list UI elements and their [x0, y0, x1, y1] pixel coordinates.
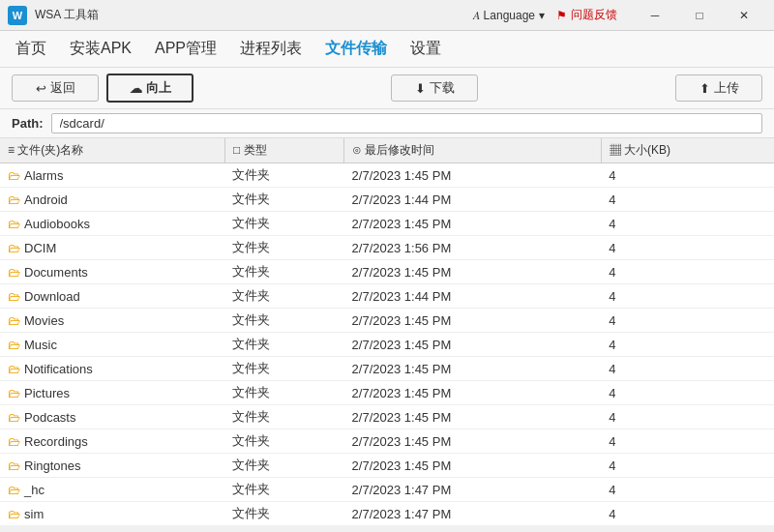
download-icon: ⬇ — [415, 81, 426, 96]
file-type-cell: 文件夹 — [224, 381, 343, 405]
file-modified-cell: 2/7/2023 1:45 PM — [344, 381, 602, 405]
file-table-header: ≡ 文件(夹)名称 □ 类型 ⊙ 最后修改时间 ▦ 大小(KB) — [0, 138, 774, 163]
file-size-cell: 4 — [601, 236, 774, 260]
file-type-cell: 文件夹 — [224, 429, 343, 454]
folder-icon: 🗁 — [8, 507, 20, 521]
back-label: 返回 — [50, 79, 75, 97]
file-modified-cell: 2/7/2023 1:47 PM — [344, 502, 602, 526]
folder-icon: 🗁 — [8, 217, 20, 231]
folder-icon: 🗁 — [8, 410, 20, 425]
menu-item-process-list[interactable]: 进程列表 — [236, 37, 306, 61]
file-size-cell: 4 — [601, 163, 774, 188]
folder-icon: 🗁 — [8, 458, 20, 473]
table-row[interactable]: 🗁Ringtones文件夹2/7/2023 1:45 PM4 — [0, 454, 774, 478]
back-button[interactable]: ↩ 返回 — [12, 74, 99, 102]
file-type-cell: 文件夹 — [224, 188, 343, 212]
file-name-cell: 🗁_hc — [0, 478, 224, 502]
file-modified-cell: 2/7/2023 1:45 PM — [344, 163, 602, 188]
download-label: 下载 — [430, 79, 455, 97]
col-size: ▦ 大小(KB) — [601, 138, 774, 163]
close-button[interactable]: ✕ — [722, 0, 766, 31]
table-row[interactable]: 🗁DCIM文件夹2/7/2023 1:56 PM4 — [0, 236, 774, 260]
table-row[interactable]: 🗁Recordings文件夹2/7/2023 1:45 PM4 — [0, 429, 774, 454]
file-modified-cell: 2/7/2023 1:45 PM — [344, 212, 602, 236]
up-icon: ☁ — [130, 81, 142, 96]
col-type: □ 类型 — [224, 138, 343, 163]
feedback-button[interactable]: ⚑ 问题反馈 — [556, 7, 617, 23]
table-row[interactable]: 🗁_hc文件夹2/7/2023 1:47 PM4 — [0, 478, 774, 502]
menu-item-settings[interactable]: 设置 — [406, 37, 445, 61]
menu-item-file-transfer[interactable]: 文件传输 — [321, 37, 391, 61]
file-modified-cell: 2/7/2023 1:45 PM — [344, 454, 602, 478]
app-icon-label: W — [13, 10, 22, 21]
file-modified-cell: 2/7/2023 1:45 PM — [344, 309, 602, 333]
download-button[interactable]: ⬇ 下载 — [391, 74, 478, 102]
table-row[interactable]: 🗁Documents文件夹2/7/2023 1:45 PM4 — [0, 260, 774, 284]
feedback-label: 问题反馈 — [571, 7, 617, 23]
maximize-button[interactable]: □ — [677, 0, 722, 31]
file-modified-cell: 2/7/2023 1:47 PM — [344, 478, 602, 502]
folder-icon: 🗁 — [8, 386, 20, 400]
file-modified-cell: 2/7/2023 1:45 PM — [344, 260, 602, 284]
table-row[interactable]: 🗁Android文件夹2/7/2023 1:44 PM4 — [0, 188, 774, 212]
file-size-cell: 4 — [601, 502, 774, 526]
path-bar: Path: — [0, 109, 774, 138]
language-button[interactable]: 𝐴 Language ▾ — [473, 9, 545, 22]
upload-button[interactable]: ⬆ 上传 — [675, 74, 762, 102]
file-size-cell: 4 — [601, 357, 774, 381]
file-name-cell: 🗁Notifications — [0, 357, 224, 381]
table-row[interactable]: 🗁Podcasts文件夹2/7/2023 1:45 PM4 — [0, 405, 774, 429]
file-size-cell: 4 — [601, 188, 774, 212]
folder-icon: 🗁 — [8, 241, 20, 255]
language-label: Language — [484, 9, 535, 22]
menu-item-app-manage[interactable]: APP管理 — [151, 37, 221, 61]
file-size-cell: 4 — [601, 260, 774, 284]
file-size-cell: 4 — [601, 454, 774, 478]
app-title: WSA 工具箱 — [35, 7, 473, 23]
file-type-cell: 文件夹 — [224, 163, 343, 188]
table-row[interactable]: 🗁Pictures文件夹2/7/2023 1:45 PM4 — [0, 381, 774, 405]
file-name-cell: 🗁Music — [0, 333, 224, 357]
table-row[interactable]: 🗁Movies文件夹2/7/2023 1:45 PM4 — [0, 309, 774, 333]
file-name-cell: 🗁sim — [0, 502, 224, 526]
file-size-cell: 4 — [601, 405, 774, 429]
file-type-cell: 文件夹 — [224, 502, 343, 526]
window-controls: ─ □ ✕ — [633, 0, 766, 31]
menu-bar: 首页安装APKAPP管理进程列表文件传输设置 — [0, 31, 774, 68]
file-name-cell: 🗁Ringtones — [0, 454, 224, 478]
table-row[interactable]: 🗁Audiobooks文件夹2/7/2023 1:45 PM4 — [0, 212, 774, 236]
up-button[interactable]: ☁ 向上 — [106, 74, 194, 103]
table-row[interactable]: 🗁Alarms文件夹2/7/2023 1:45 PM4 — [0, 163, 774, 188]
folder-icon: 🗁 — [8, 265, 20, 280]
table-row[interactable]: 🗁Music文件夹2/7/2023 1:45 PM4 — [0, 333, 774, 357]
file-modified-cell: 2/7/2023 1:45 PM — [344, 357, 602, 381]
file-name-cell: 🗁Movies — [0, 309, 224, 333]
file-type-cell: 文件夹 — [224, 212, 343, 236]
file-modified-cell: 2/7/2023 1:45 PM — [344, 429, 602, 454]
file-name-cell: 🗁Audiobooks — [0, 212, 224, 236]
file-size-cell: 4 — [601, 212, 774, 236]
app-icon: W — [8, 6, 27, 25]
folder-icon: 🗁 — [8, 362, 20, 376]
menu-item-install-apk[interactable]: 安装APK — [66, 37, 135, 61]
menu-item-home[interactable]: 首页 — [12, 37, 50, 61]
minimize-button[interactable]: ─ — [633, 0, 677, 31]
file-modified-cell: 2/7/2023 1:45 PM — [344, 333, 602, 357]
file-size-cell: 4 — [601, 381, 774, 405]
file-type-cell: 文件夹 — [224, 405, 343, 429]
file-name-cell: 🗁Android — [0, 188, 224, 212]
translate-icon: 𝐴 — [473, 9, 480, 22]
folder-icon: 🗁 — [8, 483, 20, 497]
col-name: ≡ 文件(夹)名称 — [0, 138, 224, 163]
file-modified-cell: 2/7/2023 1:44 PM — [344, 284, 602, 309]
table-row[interactable]: 🗁sim文件夹2/7/2023 1:47 PM4 — [0, 502, 774, 526]
path-input[interactable] — [51, 113, 763, 133]
toolbar: ↩ 返回 ☁ 向上 ⬇ 下载 ⬆ 上传 — [0, 68, 774, 109]
file-name-cell: 🗁Pictures — [0, 381, 224, 405]
file-type-cell: 文件夹 — [224, 236, 343, 260]
folder-icon: 🗁 — [8, 168, 20, 183]
table-row[interactable]: 🗁Download文件夹2/7/2023 1:44 PM4 — [0, 284, 774, 309]
table-row[interactable]: 🗁Notifications文件夹2/7/2023 1:45 PM4 — [0, 357, 774, 381]
file-name-cell: 🗁Recordings — [0, 429, 224, 454]
path-label: Path: — [12, 116, 44, 131]
